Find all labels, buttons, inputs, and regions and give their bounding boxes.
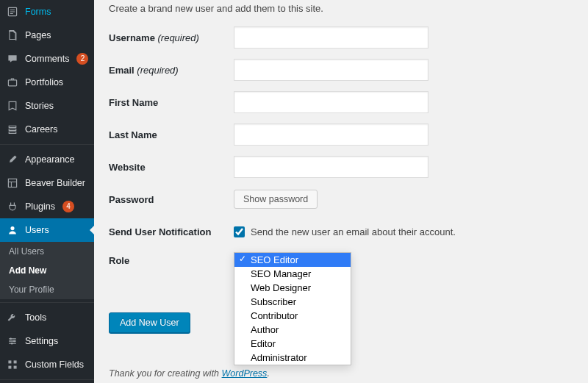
row-role: Role SEO EditorSEO ManagerWeb DesignerSu… bbox=[109, 248, 573, 280]
role-label: Role bbox=[109, 252, 234, 266]
menu-separator bbox=[0, 144, 94, 145]
lastname-input[interactable] bbox=[234, 124, 429, 146]
career-icon bbox=[6, 123, 19, 136]
role-option[interactable]: Subscriber bbox=[234, 295, 351, 309]
sidebar-item-label: Careers bbox=[25, 125, 57, 135]
firstname-input[interactable] bbox=[234, 91, 429, 113]
sidebar-item-portfolios[interactable]: Portfolios bbox=[0, 71, 94, 94]
sidebar-item-tools[interactable]: Tools bbox=[0, 306, 94, 329]
sidebar-item-label: Settings bbox=[25, 337, 58, 346]
svg-rect-8 bbox=[14, 360, 17, 363]
sidebar-item-comments[interactable]: Comments2 bbox=[0, 47, 94, 71]
footer-credit: Thank you for creating with WordPress. bbox=[109, 368, 270, 379]
notification-checkbox[interactable] bbox=[234, 226, 245, 237]
svg-rect-7 bbox=[8, 360, 11, 363]
sidebar-item-forms[interactable]: Forms bbox=[0, 0, 94, 24]
role-option[interactable]: Web Designer bbox=[234, 281, 351, 295]
menu-separator bbox=[0, 379, 94, 380]
svg-rect-1 bbox=[8, 80, 16, 86]
form-icon bbox=[6, 5, 19, 18]
sidebar-item-label: Pages bbox=[25, 31, 51, 40]
sidebar-menu: FormsPagesComments2PortfoliosStoriesCare… bbox=[0, 0, 94, 383]
svg-point-4 bbox=[10, 338, 12, 340]
svg-rect-9 bbox=[8, 366, 11, 369]
password-label: Password bbox=[109, 194, 234, 205]
row-website: Website bbox=[109, 151, 573, 183]
sidebar-item-careers[interactable]: Careers bbox=[0, 118, 94, 141]
sidebar-item-label: Beaver Builder bbox=[25, 179, 85, 188]
user-icon bbox=[6, 223, 19, 237]
brush-icon bbox=[6, 153, 19, 166]
website-label: Website bbox=[109, 162, 234, 173]
sidebar-item-label: Stories bbox=[25, 101, 54, 111]
username-input[interactable] bbox=[234, 26, 429, 49]
role-options-list: SEO EditorSEO ManagerWeb DesignerSubscri… bbox=[234, 253, 351, 365]
comment-icon bbox=[6, 52, 19, 65]
submenu-item-your-profile[interactable]: Your Profile bbox=[0, 280, 94, 299]
sidebar-item-label: Custom Fields bbox=[25, 360, 84, 370]
row-lastname: Last Name bbox=[109, 118, 573, 151]
grid-icon bbox=[6, 358, 19, 371]
email-label: Email (required) bbox=[109, 65, 234, 76]
add-new-user-button[interactable]: Add New User bbox=[109, 312, 190, 333]
main-content: Create a brand new user and add them to … bbox=[94, 0, 588, 383]
sidebar-item-appearance[interactable]: Appearance bbox=[0, 148, 94, 171]
portfolio-icon bbox=[6, 76, 19, 89]
story-icon bbox=[6, 99, 19, 112]
show-password-button[interactable]: Show password bbox=[234, 190, 318, 209]
sidebar-item-label: Forms bbox=[25, 7, 51, 17]
wordpress-link[interactable]: WordPress bbox=[222, 368, 268, 379]
role-option[interactable]: Contributor bbox=[234, 309, 351, 323]
sidebar-item-pages[interactable]: Pages bbox=[0, 24, 94, 47]
notification-label: Send User Notification bbox=[109, 226, 234, 237]
sidebar-badge: 2 bbox=[76, 53, 88, 65]
sidebar-badge: 4 bbox=[62, 201, 74, 212]
role-option[interactable]: SEO Manager bbox=[234, 267, 351, 281]
sidebar-item-beaver-builder[interactable]: Beaver Builder bbox=[0, 171, 94, 195]
role-option[interactable]: Author bbox=[234, 323, 351, 337]
sliders-icon bbox=[6, 334, 19, 348]
row-email: Email (required) bbox=[109, 54, 573, 86]
role-option[interactable]: Administrator bbox=[234, 351, 351, 365]
row-firstname: First Name bbox=[109, 86, 573, 118]
role-option[interactable]: Editor bbox=[234, 337, 351, 351]
firstname-label: First Name bbox=[109, 97, 234, 108]
role-dropdown-open[interactable]: SEO EditorSEO ManagerWeb DesignerSubscri… bbox=[234, 252, 351, 365]
notification-text[interactable]: Send the new user an email about their a… bbox=[251, 226, 456, 237]
lastname-label: Last Name bbox=[109, 129, 234, 140]
sidebar-item-settings[interactable]: Settings bbox=[0, 329, 94, 353]
menu-separator bbox=[0, 302, 94, 303]
sidebar-item-label: Comments bbox=[25, 54, 69, 64]
sidebar-item-plugins[interactable]: Plugins4 bbox=[0, 195, 94, 218]
row-notification: Send User Notification Send the new user… bbox=[109, 215, 573, 248]
add-user-form: Username (required) Email (required) Fir… bbox=[109, 21, 573, 333]
sidebar-item-label: Users bbox=[25, 226, 49, 235]
row-username: Username (required) bbox=[109, 21, 573, 54]
sidebar-item-label: Portfolios bbox=[25, 78, 63, 87]
sidebar-item-users[interactable]: Users bbox=[0, 218, 94, 242]
wrench-icon bbox=[6, 311, 19, 324]
submenu-item-add-new[interactable]: Add New bbox=[0, 261, 94, 280]
website-input[interactable] bbox=[234, 156, 429, 178]
submenu-item-all-users[interactable]: All Users bbox=[0, 242, 94, 261]
svg-rect-10 bbox=[14, 366, 17, 369]
page-icon bbox=[6, 29, 19, 42]
role-option[interactable]: SEO Editor bbox=[234, 253, 351, 267]
svg-point-5 bbox=[13, 340, 15, 343]
username-label: Username (required) bbox=[109, 32, 234, 43]
sidebar-item-label: Appearance bbox=[25, 155, 74, 165]
sidebar-submenu: All UsersAdd NewYour Profile bbox=[0, 242, 94, 299]
svg-rect-2 bbox=[8, 179, 16, 187]
svg-point-6 bbox=[11, 343, 13, 345]
page-intro: Create a brand new user and add them to … bbox=[109, 3, 573, 21]
sidebar-item-label: Plugins bbox=[25, 202, 55, 212]
sidebar-item-custom-fields[interactable]: Custom Fields bbox=[0, 353, 94, 376]
sidebar-item-label: Tools bbox=[25, 313, 46, 323]
admin-sidebar: FormsPagesComments2PortfoliosStoriesCare… bbox=[0, 0, 94, 383]
layout-icon bbox=[6, 176, 19, 190]
plug-icon bbox=[6, 200, 19, 213]
row-password: Password Show password bbox=[109, 183, 573, 215]
sidebar-item-stories[interactable]: Stories bbox=[0, 94, 94, 118]
svg-point-3 bbox=[10, 226, 14, 230]
email-input[interactable] bbox=[234, 59, 429, 81]
